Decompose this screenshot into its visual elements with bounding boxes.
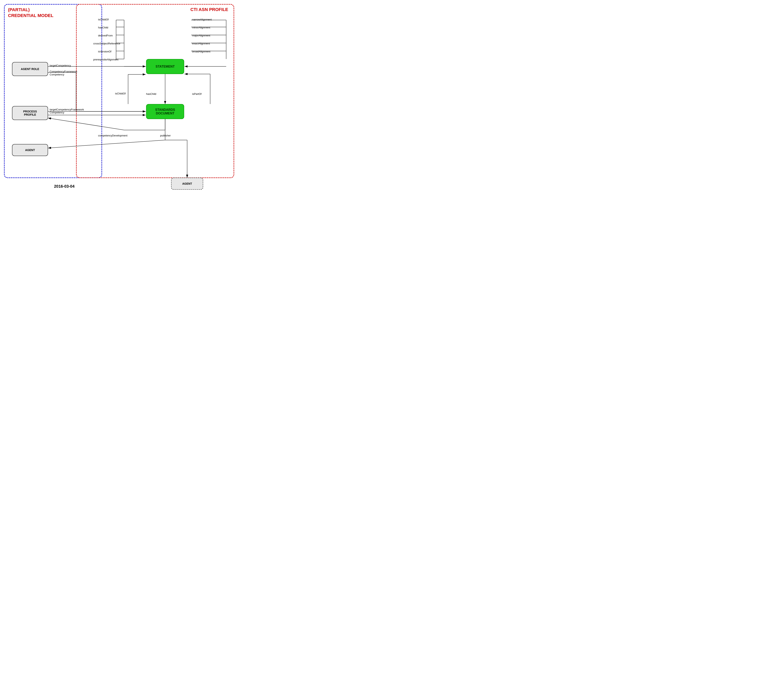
label-major: majorAlignment [192,34,210,37]
label-ischildof-mid: isChildOf [115,92,126,95]
label-broad: broadAlignment [192,50,210,53]
label-derivedfrom: derivedFrom [98,34,113,37]
label-publisher: publisher [160,134,171,137]
label-cfcompetency: CompetencyFramework Competency [50,70,77,76]
statement-node: STATEMENT [146,59,184,74]
label-haschild-mid: hasChild [146,92,156,95]
label-crosssubject: crossSubjectReference [93,42,120,45]
label-exact: exactAlignment [192,42,210,45]
label-ispartof: isPartOf [192,92,202,95]
cti-asn-profile-box [76,4,234,178]
diagram: (PARTIAL) CREDENTIAL MODEL CTI ASN PROFI… [0,0,240,207]
credential-model-title: (PARTIAL) CREDENTIAL MODEL [8,7,53,19]
label-targetcompetency: targetCompetency [50,64,71,67]
standards-document-node: STANDARDS DOCUMENT [146,104,184,119]
process-profile-node: PROCESS PROFILE [12,106,48,120]
label-competencydev: competencyDevelopment [98,134,128,137]
date-label: 2016-03-04 [54,184,75,189]
label-tcfc: targetCompetencyFramework Competency [50,108,84,114]
label-narrow: narrowAlignment [192,18,212,21]
label-prereq: prerequisiteAlignment [93,58,118,61]
cti-asn-title: CTI ASN PROFILE [190,7,228,12]
label-ischildof-top: isChildOf [98,18,109,21]
label-minor: minorAlignment [192,26,210,29]
agent-left-node: AGENT [12,144,48,156]
agent-role-node: AGENT ROLE [12,62,48,76]
label-isversionof: isVersionOf [98,50,111,53]
label-haschild-top: hasChild [98,26,108,29]
agent-right-node: AGENT [171,178,203,190]
